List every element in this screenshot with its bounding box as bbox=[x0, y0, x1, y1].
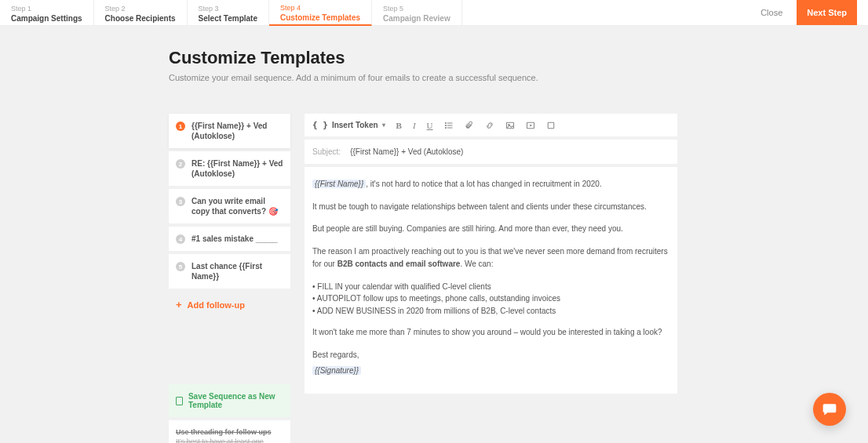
body-line-4b: B2B contacts and email software bbox=[337, 260, 461, 268]
add-follow-up-button[interactable]: + Add follow-up bbox=[169, 292, 290, 318]
email-title: RE: {{First Name}} + Ved (Autoklose) bbox=[191, 158, 283, 179]
body-line-4c: . We can: bbox=[460, 260, 493, 268]
email-badge: 4 bbox=[176, 234, 185, 244]
tip-title: Use threading for follow ups bbox=[176, 428, 283, 436]
body-line-3: But people are still buying. Companies a… bbox=[312, 223, 669, 236]
email-title: {{First Name}} + Ved (Autoklose) bbox=[191, 121, 283, 141]
first-name-token: {{First Name}} bbox=[312, 180, 366, 188]
page-subtitle: Customize your email sequence. Add a min… bbox=[169, 73, 868, 82]
save-icon bbox=[176, 397, 183, 405]
body-line-5: It won't take me more than 7 minutes to … bbox=[312, 326, 669, 340]
svg-point-5 bbox=[445, 127, 446, 128]
email-editor: { } Insert Token ▾ B I U Subject: {{Firs… bbox=[305, 114, 677, 443]
bullet-2: • AUTOPILOT follow ups to meetings, phon… bbox=[312, 292, 669, 305]
editor-toolbar: { } Insert Token ▾ B I U bbox=[305, 114, 677, 136]
add-follow-up-label: Add follow-up bbox=[188, 300, 245, 310]
step-number: Step 3 bbox=[199, 5, 257, 13]
page-header: Customize Templates Customize your email… bbox=[0, 26, 868, 82]
body-line-4: The reason I am proactively reaching out… bbox=[312, 245, 669, 271]
email-item-4[interactable]: 4 #1 sales mistake _____ bbox=[169, 227, 290, 251]
next-step-button[interactable]: Next Step bbox=[797, 0, 857, 25]
subject-row[interactable]: Subject: {{First Name}} + Ved (Autoklose… bbox=[305, 140, 677, 164]
insert-token-button[interactable]: { } Insert Token ▾ bbox=[312, 120, 385, 130]
step-number: Step 2 bbox=[105, 5, 176, 13]
image-icon[interactable] bbox=[505, 121, 515, 130]
step-number: Step 4 bbox=[280, 4, 360, 13]
chat-launcher[interactable] bbox=[813, 393, 846, 426]
step-title: Select Template bbox=[199, 13, 257, 24]
email-item-2[interactable]: 2 RE: {{First Name}} + Ved (Autoklose) bbox=[169, 151, 290, 186]
page-title: Customize Templates bbox=[169, 48, 868, 68]
close-button[interactable]: Close bbox=[746, 8, 797, 17]
save-sequence-label: Save Sequence as New Template bbox=[188, 392, 283, 409]
chevron-down-icon: ▾ bbox=[382, 122, 385, 129]
body-bullets: • FILL IN your calendar with qualified C… bbox=[312, 281, 669, 318]
subject-label: Subject: bbox=[312, 147, 341, 156]
step-customize-templates[interactable]: Step 4 Customize Templates bbox=[269, 0, 372, 26]
body-line-1-text: , it's not hard to notice that a lot has… bbox=[366, 180, 601, 188]
braces-icon: { } bbox=[312, 120, 328, 130]
insert-token-label: Insert Token bbox=[332, 121, 378, 129]
body-line-6: Best regards, bbox=[312, 349, 669, 362]
step-title: Campaign Review bbox=[383, 13, 450, 24]
bullet-3: • ADD NEW BUSINESS in 2020 from millions… bbox=[312, 305, 669, 318]
step-select-template[interactable]: Step 3 Select Template bbox=[188, 0, 269, 25]
step-title: Choose Recipients bbox=[105, 13, 176, 24]
email-title: #1 sales mistake _____ bbox=[191, 234, 278, 244]
email-body-editor[interactable]: {{First Name}}, it's not hard to notice … bbox=[305, 167, 677, 394]
email-item-3[interactable]: 3 Can you write email copy that converts… bbox=[169, 189, 290, 223]
bold-button[interactable]: B bbox=[396, 121, 402, 130]
email-badge: 1 bbox=[176, 122, 185, 131]
formatting-tools: B I U bbox=[396, 121, 556, 130]
save-sequence-button[interactable]: Save Sequence as New Template bbox=[169, 384, 290, 417]
body-line-1: {{First Name}}, it's not hard to notice … bbox=[312, 178, 669, 191]
subject-value: {{First Name}} + Ved (Autoklose) bbox=[350, 147, 463, 156]
step-title: Customize Templates bbox=[280, 13, 360, 23]
email-item-5[interactable]: 5 Last chance {{First Name}} bbox=[169, 254, 290, 289]
stepbar-spacer bbox=[462, 0, 746, 25]
email-badge: 5 bbox=[176, 262, 185, 271]
step-number: Step 5 bbox=[383, 5, 450, 13]
bullet-1: • FILL IN your calendar with qualified C… bbox=[312, 281, 669, 293]
email-list-sidebar: 1 {{First Name}} + Ved (Autoklose) 2 RE:… bbox=[169, 114, 290, 443]
step-choose-recipients[interactable]: Step 2 Choose Recipients bbox=[94, 0, 188, 25]
main-layout: 1 {{First Name}} + Ved (Autoklose) 2 RE:… bbox=[0, 82, 868, 443]
svg-rect-9 bbox=[548, 122, 554, 129]
list-icon[interactable] bbox=[444, 121, 454, 130]
step-campaign-review[interactable]: Step 5 Campaign Review bbox=[372, 0, 462, 25]
email-badge: 3 bbox=[176, 197, 185, 206]
svg-point-4 bbox=[445, 125, 446, 125]
attachment-icon[interactable] bbox=[465, 121, 474, 130]
email-title: Last chance {{First Name}} bbox=[191, 261, 283, 281]
canvas-icon[interactable] bbox=[546, 121, 556, 130]
step-number: Step 1 bbox=[11, 5, 82, 13]
closing-tip-box: Use threading for follow ups It's best t… bbox=[169, 420, 290, 443]
chat-icon bbox=[822, 401, 837, 417]
signature-token: {{Signature}} bbox=[312, 366, 361, 375]
body-line-2: It must be tough to navigate relationshi… bbox=[312, 201, 669, 214]
video-icon[interactable] bbox=[526, 121, 535, 130]
link-icon[interactable] bbox=[485, 121, 494, 130]
email-badge: 2 bbox=[176, 159, 185, 169]
underline-button[interactable]: U bbox=[427, 121, 433, 130]
italic-button[interactable]: I bbox=[413, 121, 416, 130]
email-title: Can you write email copy that converts? … bbox=[191, 196, 283, 216]
step-title: Campaign Settings bbox=[11, 13, 82, 24]
svg-point-3 bbox=[445, 122, 446, 123]
tip-body: It's best to have at least one follow up… bbox=[176, 438, 283, 443]
step-campaign-settings[interactable]: Step 1 Campaign Settings bbox=[0, 0, 94, 25]
email-item-1[interactable]: 1 {{First Name}} + Ved (Autoklose) bbox=[169, 114, 290, 148]
wizard-stepbar: Step 1 Campaign Settings Step 2 Choose R… bbox=[0, 0, 868, 26]
plus-icon: + bbox=[176, 299, 182, 310]
